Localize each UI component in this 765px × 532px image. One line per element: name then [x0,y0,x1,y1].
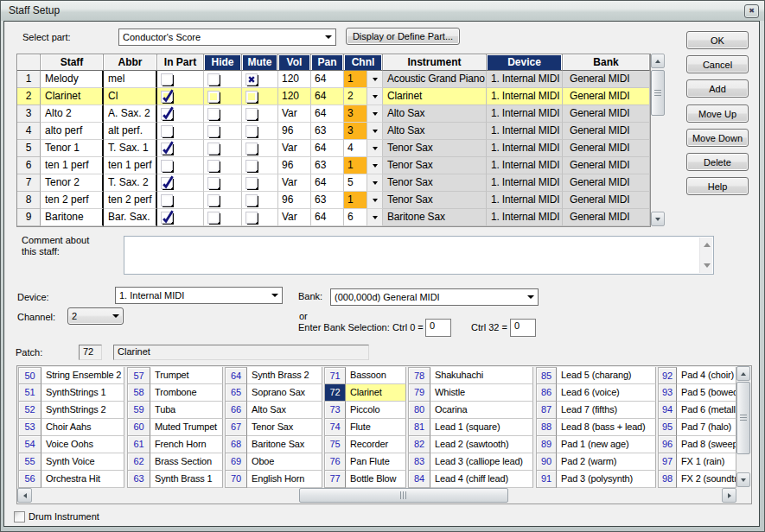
staff-name-cell[interactable]: Alto 2 [41,105,104,123]
bank-cell[interactable]: General MIDI [563,88,650,105]
mute-cell[interactable] [242,71,278,88]
bank-cell[interactable]: General MIDI [563,71,650,88]
in-part-cell[interactable] [157,105,204,123]
chnl-cell[interactable]: 3 [344,105,367,123]
patch-number[interactable]: 95 [658,419,677,436]
patch-name[interactable]: Bottle Blow [346,471,406,488]
header-mute[interactable]: Mute [242,54,278,71]
abbr-cell[interactable]: T. Sax. 2 [104,174,157,192]
in-part-cell[interactable] [157,88,204,105]
patch-number[interactable]: 80 [408,402,430,419]
staff-name-cell[interactable]: ten 1 perf [41,157,104,174]
device-cell[interactable]: 1. Internal MIDI [487,157,563,174]
patch-name[interactable]: Piccolo [346,402,406,419]
close-button[interactable]: ✖ [744,4,759,18]
patch-number[interactable]: 89 [536,436,557,453]
patch-number[interactable]: 53 [18,419,41,436]
staff-name-cell[interactable]: Baritone [41,209,104,226]
cancel-button[interactable]: Cancel [686,55,749,73]
staff-name-cell[interactable]: Melody [41,71,104,88]
instrument-cell[interactable]: Tenor Sax [383,140,487,157]
patch-name[interactable]: Trombone [150,384,223,402]
hide-checkbox[interactable] [208,195,219,206]
patch-name[interactable]: FX 1 (rain) [677,453,736,471]
hscroll-thumb[interactable] [299,488,508,503]
pan-cell[interactable]: 64 [311,174,344,192]
vol-cell[interactable]: Var [278,174,311,192]
header-instrument[interactable]: Instrument [383,54,487,71]
in-part-cell[interactable] [157,123,204,140]
instrument-cell[interactable]: Baritone Sax [383,209,487,226]
instrument-cell[interactable]: Tenor Sax [383,192,487,209]
patch-name[interactable]: Brass Section [150,453,223,471]
header-bank[interactable]: Bank [563,54,650,71]
patch-name[interactable]: Orchestra Hit [41,471,124,488]
chnl-cell[interactable]: 1 [344,192,367,209]
bank-cell[interactable]: General MIDI [563,174,650,192]
chnl-dropdown-button[interactable] [367,140,383,157]
patch-number[interactable]: 86 [536,384,557,402]
hide-checkbox[interactable] [208,74,219,85]
patch-name[interactable]: Trumpet [150,367,223,384]
hide-cell[interactable] [204,88,242,105]
channel-combo[interactable]: 2 [67,307,124,325]
abbr-cell[interactable]: Bar. Sax. [104,209,157,226]
patch-number[interactable]: 93 [658,384,677,402]
patch-number[interactable]: 81 [408,419,430,436]
in-part-cell[interactable] [157,157,204,174]
patch-number[interactable]: 79 [408,384,430,402]
pan-cell[interactable]: 64 [311,140,344,157]
comment-scroll-down[interactable] [700,258,713,273]
patch-number[interactable]: 98 [658,471,677,488]
header-staff[interactable]: Staff [41,54,104,71]
patch-name[interactable]: Synth Brass 1 [150,471,223,488]
staff-name-cell[interactable]: Tenor 2 [41,174,104,192]
patch-number[interactable]: 82 [408,436,430,453]
header-in-part[interactable]: In Part [157,54,204,71]
patch-name[interactable]: English Horn [247,471,322,488]
in-part-checkbox[interactable] [162,161,172,171]
hide-cell[interactable] [204,174,242,192]
chnl-cell[interactable]: 1 [344,71,367,88]
in-part-cell[interactable] [157,71,204,88]
patch-name[interactable]: Pad 1 (new age) [557,436,656,453]
mute-cell[interactable] [242,174,278,192]
scroll-down-button[interactable] [651,212,665,226]
vscroll-thumb[interactable] [736,382,750,454]
patch-name[interactable]: Pad 2 (warm) [557,453,656,471]
patch-number[interactable]: 64 [225,367,247,384]
add-button[interactable]: Add [686,79,749,98]
hide-checkbox[interactable] [208,143,219,154]
patch-grid-vscrollbar[interactable] [736,366,750,487]
hide-cell[interactable] [204,123,242,140]
patch-number[interactable]: 94 [658,402,677,419]
in-part-checkbox[interactable] [162,74,172,85]
patch-number[interactable]: 54 [18,436,41,453]
header-vol[interactable]: Vol [278,54,311,71]
patch-number[interactable]: 70 [225,471,247,488]
chnl-cell[interactable]: 1 [344,157,367,174]
patch-number[interactable]: 62 [127,453,150,471]
patch-number[interactable]: 68 [225,436,247,453]
patch-number[interactable]: 77 [324,471,346,488]
in-part-checkbox[interactable] [162,195,172,206]
header-abbr[interactable]: Abbr [104,54,157,71]
patch-name[interactable]: Lead 8 (bass + lead) [557,419,656,436]
patch-number[interactable]: 83 [408,453,430,471]
scroll-up-button[interactable] [736,366,750,381]
hide-checkbox[interactable] [208,126,219,136]
patch-name[interactable]: Baritone Sax [247,436,322,453]
vol-cell[interactable]: 96 [278,123,311,140]
patch-name[interactable]: Lead 4 (chiff lead) [430,471,533,488]
in-part-checkbox[interactable] [162,92,172,102]
patch-name[interactable]: Flute [346,419,406,436]
mute-cell[interactable] [242,157,278,174]
chnl-dropdown-button[interactable] [367,157,383,174]
abbr-cell[interactable]: Cl [104,88,157,105]
drum-instrument-checkbox[interactable] [14,511,25,522]
bank-combo[interactable]: (000,000d) General MIDI [330,288,539,306]
patch-number[interactable]: 84 [408,471,430,488]
pan-cell[interactable]: 63 [311,192,344,209]
patch-name[interactable]: Lead 5 (charang) [557,367,656,384]
patch-name[interactable]: Shakuhachi [430,367,533,384]
